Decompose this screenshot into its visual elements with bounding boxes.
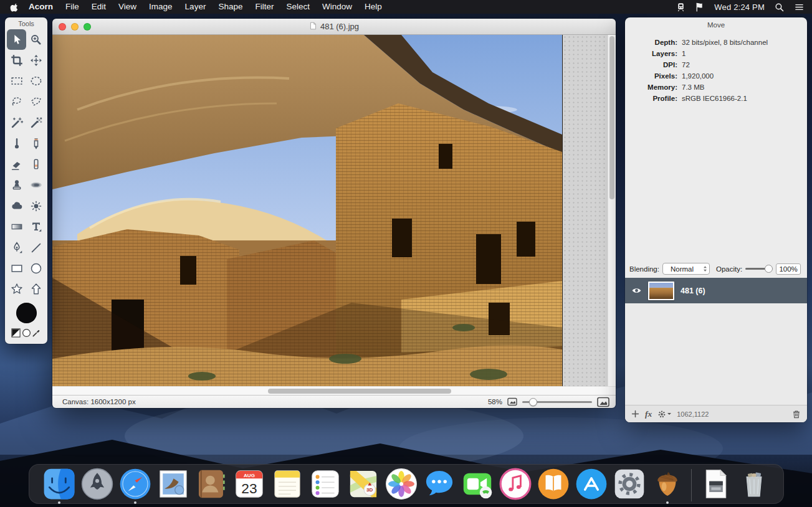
- tool-marquee-rect[interactable]: [7, 71, 26, 92]
- layer-actions-menu-button[interactable]: [657, 410, 671, 419]
- dock-safari-icon[interactable]: [119, 468, 151, 504]
- horizontal-scrollbar-thumb[interactable]: [268, 389, 451, 394]
- tool-clone-stamp[interactable]: [7, 175, 26, 196]
- vertical-scrollbar-thumb[interactable]: [609, 36, 614, 199]
- tool-eraser[interactable]: [7, 154, 26, 174]
- menu-item-image[interactable]: Image: [143, 0, 179, 14]
- layer-visibility-eye-icon[interactable]: [631, 285, 642, 296]
- opacity-slider[interactable]: [745, 265, 773, 273]
- opacity-slider-thumb[interactable]: [765, 265, 773, 273]
- tool-zoom[interactable]: [26, 29, 45, 50]
- tool-lasso[interactable]: [7, 92, 26, 112]
- tool-magic-wand[interactable]: [7, 113, 26, 133]
- tool-move-canvas[interactable]: [26, 50, 45, 70]
- layer-effects-button[interactable]: fx: [645, 409, 652, 419]
- dock-photos-icon[interactable]: [385, 468, 418, 504]
- blending-row: Blending: Normal Opacity: 100%: [625, 260, 807, 278]
- dock-contacts-icon[interactable]: [195, 468, 227, 504]
- dock-ibooks-icon[interactable]: [537, 468, 570, 504]
- color-well[interactable]: [16, 303, 37, 323]
- dock-appstore-icon[interactable]: [575, 468, 608, 504]
- tool-marquee-ellipse[interactable]: [26, 71, 45, 92]
- menu-item-acorn[interactable]: Acorn: [22, 0, 59, 14]
- blending-select[interactable]: Normal: [662, 263, 710, 275]
- menu-item-layer[interactable]: Layer: [179, 0, 213, 14]
- notification-center-icon[interactable]: [794, 2, 805, 12]
- zoom-percent-label: 58%: [488, 398, 502, 405]
- minimize-button[interactable]: [71, 23, 79, 31]
- menu-item-file[interactable]: File: [59, 0, 85, 14]
- tool-shape-rect[interactable]: [7, 258, 26, 278]
- tool-move-arrow[interactable]: [7, 29, 26, 50]
- eyedropper-icon[interactable]: [32, 328, 41, 338]
- dock-system-preferences-icon[interactable]: [613, 468, 646, 504]
- dock-maps-icon[interactable]: 3D: [347, 468, 380, 504]
- menubar-status-area: Wed 2:24 PM: [676, 2, 805, 12]
- dock-reminders-icon[interactable]: [309, 468, 342, 504]
- tool-pencil[interactable]: [26, 133, 45, 154]
- transit-icon[interactable]: [676, 2, 686, 12]
- menu-item-select[interactable]: Select: [280, 0, 316, 14]
- secondary-color-icon[interactable]: [22, 328, 31, 338]
- tool-instant-alpha[interactable]: [26, 113, 45, 133]
- dock-trash-icon[interactable]: [738, 468, 770, 504]
- dock-messages-icon[interactable]: [423, 468, 456, 504]
- menu-item-edit[interactable]: Edit: [85, 0, 112, 14]
- canvas-image[interactable]: [52, 35, 562, 386]
- tool-text[interactable]: [26, 217, 45, 237]
- info-label: Layers:: [630, 48, 677, 59]
- tool-crop[interactable]: [7, 50, 26, 70]
- dock-acorn-icon[interactable]: [651, 468, 684, 504]
- tool-block-eraser[interactable]: [26, 154, 45, 174]
- dock-finder-icon[interactable]: [43, 468, 75, 504]
- titlebar[interactable]: 481 (6).jpg: [52, 19, 616, 35]
- layer-row[interactable]: 481 (6): [625, 278, 807, 303]
- tool-blur[interactable]: [7, 196, 26, 216]
- delete-layer-button[interactable]: [792, 409, 801, 419]
- tool-line[interactable]: [26, 237, 45, 258]
- dock-mail-icon[interactable]: [157, 468, 189, 504]
- layers-list: 481 (6): [625, 278, 807, 405]
- dock-facetime-icon[interactable]: [461, 468, 494, 504]
- dock-notes-icon[interactable]: [271, 468, 303, 504]
- horizontal-scrollbar[interactable]: [52, 386, 616, 395]
- flag-icon[interactable]: [694, 2, 705, 12]
- zoom-slider-thumb[interactable]: [529, 398, 537, 406]
- spotlight-search-icon[interactable]: [774, 2, 785, 12]
- tool-sharpen[interactable]: [26, 196, 45, 216]
- menu-item-filter[interactable]: Filter: [249, 0, 280, 14]
- tool-pen[interactable]: [7, 237, 26, 258]
- dock-itunes-icon[interactable]: [499, 468, 532, 504]
- inspector-panel: Move Depth:32 bits/pixel, 8 bits/channel…: [625, 17, 807, 422]
- zoom-slider[interactable]: [522, 398, 592, 406]
- menubar-clock[interactable]: Wed 2:24 PM: [714, 2, 765, 12]
- stepper-icon: [701, 265, 709, 272]
- dock-items: AUG233D: [40, 468, 773, 504]
- tool-brush[interactable]: [7, 133, 26, 154]
- tool-shape-star[interactable]: [7, 279, 26, 300]
- dock-calendar-icon[interactable]: AUG23: [233, 468, 265, 504]
- tool-polygon-lasso[interactable]: [26, 92, 45, 112]
- menu-item-help[interactable]: Help: [358, 0, 388, 14]
- vertical-scrollbar[interactable]: [608, 35, 616, 386]
- zoom-out-image-icon[interactable]: [507, 397, 517, 406]
- close-button[interactable]: [59, 23, 66, 31]
- apple-menu-icon[interactable]: [7, 2, 21, 12]
- dock-document-file-icon[interactable]: [700, 468, 732, 504]
- tool-smudge[interactable]: [26, 175, 45, 196]
- menu-item-window[interactable]: Window: [316, 0, 358, 14]
- opacity-value[interactable]: 100%: [776, 263, 801, 275]
- bw-swatch-icon[interactable]: [11, 328, 21, 338]
- canvas-area[interactable]: [52, 35, 616, 386]
- zoom-button[interactable]: [84, 23, 91, 31]
- tool-shape-arrow[interactable]: [26, 279, 45, 300]
- zoom-in-image-icon[interactable]: [597, 397, 609, 407]
- tool-gradient[interactable]: [7, 217, 26, 237]
- add-layer-button[interactable]: [631, 410, 639, 418]
- menu-item-shape[interactable]: Shape: [212, 0, 249, 14]
- dock-launchpad-icon[interactable]: [81, 468, 113, 504]
- tool-shape-ellipse[interactable]: [26, 258, 45, 278]
- layer-thumbnail[interactable]: [648, 282, 674, 300]
- menu-item-view[interactable]: View: [112, 0, 143, 14]
- statusbar: Canvas: 1600x1200 px 58%: [52, 395, 616, 408]
